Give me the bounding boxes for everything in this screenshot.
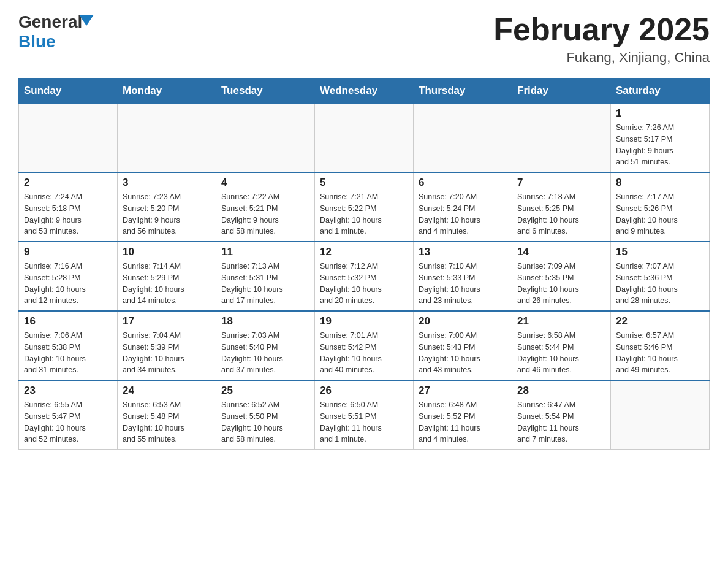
calendar-header-row: SundayMondayTuesdayWednesdayThursdayFrid… [19,79,710,104]
calendar-cell: 6Sunrise: 7:20 AMSunset: 5:24 PMDaylight… [414,172,512,242]
day-info: Sunrise: 6:53 AMSunset: 5:48 PMDaylight:… [123,399,211,445]
day-info: Sunrise: 6:48 AMSunset: 5:52 PMDaylight:… [419,399,507,445]
day-info: Sunrise: 6:57 AMSunset: 5:46 PMDaylight:… [616,330,704,376]
calendar-cell [315,104,414,173]
day-number: 17 [123,315,211,327]
day-number: 5 [320,177,408,189]
day-number: 2 [24,177,112,189]
calendar-week-row: 9Sunrise: 7:16 AMSunset: 5:28 PMDaylight… [19,242,710,311]
day-number: 3 [123,177,211,189]
calendar-cell: 16Sunrise: 7:06 AMSunset: 5:38 PMDayligh… [19,311,118,380]
weekday-header-wednesday: Wednesday [315,79,414,104]
day-number: 19 [320,315,408,327]
day-info: Sunrise: 7:18 AMSunset: 5:25 PMDaylight:… [517,191,605,237]
day-info: Sunrise: 7:23 AMSunset: 5:20 PMDaylight:… [123,191,211,237]
calendar-cell [611,380,710,450]
day-info: Sunrise: 7:13 AMSunset: 5:31 PMDaylight:… [221,261,309,307]
weekday-header-sunday: Sunday [19,79,118,104]
calendar-cell: 3Sunrise: 7:23 AMSunset: 5:20 PMDaylight… [118,172,216,242]
calendar-week-row: 16Sunrise: 7:06 AMSunset: 5:38 PMDayligh… [19,311,710,380]
day-number: 1 [616,107,704,120]
day-info: Sunrise: 7:26 AMSunset: 5:17 PMDaylight:… [616,122,704,168]
page-header: General Blue February 2025 Fukang, Xinji… [18,12,710,66]
header-right: February 2025 Fukang, Xinjiang, China [493,12,710,66]
day-info: Sunrise: 7:20 AMSunset: 5:24 PMDaylight:… [419,191,507,237]
day-number: 10 [123,246,211,258]
day-info: Sunrise: 6:52 AMSunset: 5:50 PMDaylight:… [221,399,309,445]
day-number: 21 [517,315,605,327]
day-number: 14 [517,246,605,258]
day-number: 16 [24,315,112,327]
day-info: Sunrise: 7:12 AMSunset: 5:32 PMDaylight:… [320,261,408,307]
weekday-header-monday: Monday [118,79,216,104]
day-info: Sunrise: 7:16 AMSunset: 5:28 PMDaylight:… [24,261,112,307]
day-number: 24 [123,385,211,397]
calendar-cell: 23Sunrise: 6:55 AMSunset: 5:47 PMDayligh… [19,380,118,450]
calendar-cell: 15Sunrise: 7:07 AMSunset: 5:36 PMDayligh… [611,242,710,311]
day-info: Sunrise: 7:07 AMSunset: 5:36 PMDaylight:… [616,261,704,307]
weekday-header-thursday: Thursday [414,79,512,104]
calendar-cell: 2Sunrise: 7:24 AMSunset: 5:18 PMDaylight… [19,172,118,242]
calendar-cell: 25Sunrise: 6:52 AMSunset: 5:50 PMDayligh… [216,380,315,450]
calendar-cell [216,104,315,173]
day-info: Sunrise: 7:04 AMSunset: 5:39 PMDaylight:… [123,330,211,376]
calendar-cell: 24Sunrise: 6:53 AMSunset: 5:48 PMDayligh… [118,380,216,450]
logo-arrow-icon [79,15,94,26]
calendar-cell: 28Sunrise: 6:47 AMSunset: 5:54 PMDayligh… [512,380,611,450]
day-number: 20 [419,315,507,327]
calendar-cell: 22Sunrise: 6:57 AMSunset: 5:46 PMDayligh… [611,311,710,380]
calendar-cell: 19Sunrise: 7:01 AMSunset: 5:42 PMDayligh… [315,311,414,380]
day-number: 9 [24,246,112,258]
calendar-cell: 4Sunrise: 7:22 AMSunset: 5:21 PMDaylight… [216,172,315,242]
day-info: Sunrise: 7:00 AMSunset: 5:43 PMDaylight:… [419,330,507,376]
calendar-cell [414,104,512,173]
calendar-cell [512,104,611,173]
day-info: Sunrise: 6:58 AMSunset: 5:44 PMDaylight:… [517,330,605,376]
day-info: Sunrise: 7:06 AMSunset: 5:38 PMDaylight:… [24,330,112,376]
calendar-cell: 27Sunrise: 6:48 AMSunset: 5:52 PMDayligh… [414,380,512,450]
day-number: 18 [221,315,309,327]
weekday-header-friday: Friday [512,79,611,104]
calendar-cell: 11Sunrise: 7:13 AMSunset: 5:31 PMDayligh… [216,242,315,311]
day-info: Sunrise: 7:21 AMSunset: 5:22 PMDaylight:… [320,191,408,237]
day-info: Sunrise: 6:55 AMSunset: 5:47 PMDaylight:… [24,399,112,445]
day-number: 28 [517,385,605,397]
day-number: 4 [221,177,309,189]
day-number: 12 [320,246,408,258]
calendar-cell: 21Sunrise: 6:58 AMSunset: 5:44 PMDayligh… [512,311,611,380]
calendar-cell: 12Sunrise: 7:12 AMSunset: 5:32 PMDayligh… [315,242,414,311]
day-info: Sunrise: 7:03 AMSunset: 5:40 PMDaylight:… [221,330,309,376]
calendar-cell: 1Sunrise: 7:26 AMSunset: 5:17 PMDaylight… [611,104,710,173]
day-info: Sunrise: 7:10 AMSunset: 5:33 PMDaylight:… [419,261,507,307]
day-number: 13 [419,246,507,258]
day-info: Sunrise: 7:09 AMSunset: 5:35 PMDaylight:… [517,261,605,307]
day-info: Sunrise: 7:14 AMSunset: 5:29 PMDaylight:… [123,261,211,307]
calendar-cell [118,104,216,173]
day-number: 6 [419,177,507,189]
calendar-week-row: 2Sunrise: 7:24 AMSunset: 5:18 PMDaylight… [19,172,710,242]
day-info: Sunrise: 7:24 AMSunset: 5:18 PMDaylight:… [24,191,112,237]
day-number: 7 [517,177,605,189]
day-number: 27 [419,385,507,397]
calendar-week-row: 23Sunrise: 6:55 AMSunset: 5:47 PMDayligh… [19,380,710,450]
calendar-cell: 5Sunrise: 7:21 AMSunset: 5:22 PMDaylight… [315,172,414,242]
weekday-header-tuesday: Tuesday [216,79,315,104]
day-info: Sunrise: 7:01 AMSunset: 5:42 PMDaylight:… [320,330,408,376]
day-number: 26 [320,385,408,397]
logo-general-text: General [18,12,82,32]
day-number: 11 [221,246,309,258]
day-info: Sunrise: 7:17 AMSunset: 5:26 PMDaylight:… [616,191,704,237]
location-text: Fukang, Xinjiang, China [493,50,710,66]
weekday-header-saturday: Saturday [611,79,710,104]
calendar-table: SundayMondayTuesdayWednesdayThursdayFrid… [18,78,710,450]
calendar-cell: 26Sunrise: 6:50 AMSunset: 5:51 PMDayligh… [315,380,414,450]
logo-blue-text: Blue [18,32,94,52]
logo: General Blue [18,12,94,52]
calendar-cell: 18Sunrise: 7:03 AMSunset: 5:40 PMDayligh… [216,311,315,380]
day-info: Sunrise: 6:47 AMSunset: 5:54 PMDaylight:… [517,399,605,445]
calendar-cell: 7Sunrise: 7:18 AMSunset: 5:25 PMDaylight… [512,172,611,242]
calendar-cell: 10Sunrise: 7:14 AMSunset: 5:29 PMDayligh… [118,242,216,311]
calendar-cell: 9Sunrise: 7:16 AMSunset: 5:28 PMDaylight… [19,242,118,311]
day-number: 15 [616,246,704,258]
day-number: 8 [616,177,704,189]
